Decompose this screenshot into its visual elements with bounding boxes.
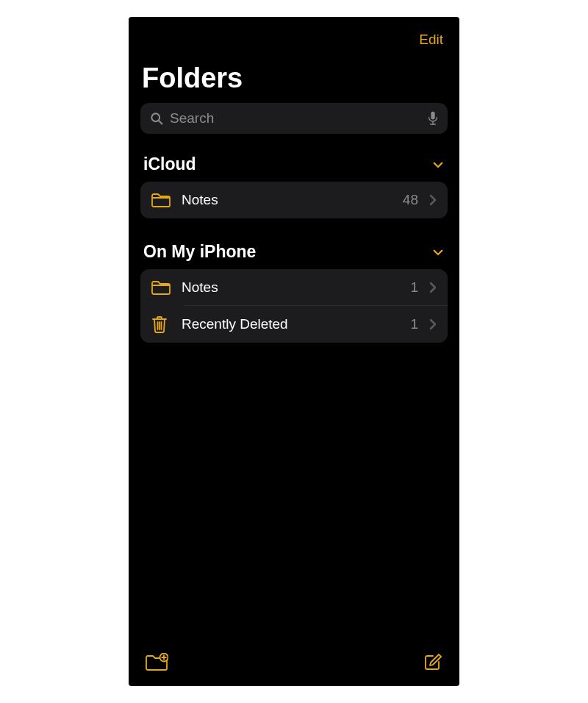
new-folder-button[interactable] <box>145 653 168 672</box>
folder-icon <box>151 192 171 208</box>
folder-label: Recently Deleted <box>182 316 400 332</box>
folder-count: 48 <box>403 192 418 208</box>
search-input[interactable] <box>170 110 421 126</box>
chevron-right-icon <box>429 318 437 331</box>
folder-icon <box>151 279 171 296</box>
chevron-right-icon <box>429 281 437 294</box>
folder-count: 1 <box>410 316 418 332</box>
edit-button[interactable]: Edit <box>415 29 448 51</box>
folder-label: Notes <box>182 192 392 208</box>
section-title: On My iPhone <box>143 242 256 262</box>
page-title: Folders <box>142 63 446 94</box>
top-bar: Edit <box>140 17 448 52</box>
trash-icon <box>151 315 171 334</box>
section-header-iphone[interactable]: On My iPhone <box>140 242 448 269</box>
folder-label: Notes <box>182 279 400 296</box>
folder-list-iphone: Notes 1 Recently Deleted 1 <box>140 269 448 343</box>
section-header-icloud[interactable]: iCloud <box>140 154 448 182</box>
search-icon <box>149 111 164 126</box>
chevron-right-icon <box>429 193 437 207</box>
svg-rect-2 <box>431 112 434 120</box>
chevron-down-icon <box>431 158 445 171</box>
dictate-icon[interactable] <box>427 110 439 126</box>
folder-list-icloud: Notes 48 <box>140 182 448 218</box>
section-title: iCloud <box>143 154 196 174</box>
svg-line-1 <box>159 121 162 124</box>
app-screen: Edit Folders iCloud Notes 48 On <box>129 17 459 686</box>
folder-row-recently-deleted[interactable]: Recently Deleted 1 <box>140 306 448 343</box>
compose-button[interactable] <box>423 652 443 673</box>
folder-row-notes[interactable]: Notes 48 <box>140 182 448 218</box>
chevron-down-icon <box>431 246 445 259</box>
bottom-toolbar <box>129 643 459 686</box>
search-bar[interactable] <box>140 103 448 134</box>
folder-count: 1 <box>410 279 418 296</box>
folder-row-notes[interactable]: Notes 1 <box>140 269 448 306</box>
